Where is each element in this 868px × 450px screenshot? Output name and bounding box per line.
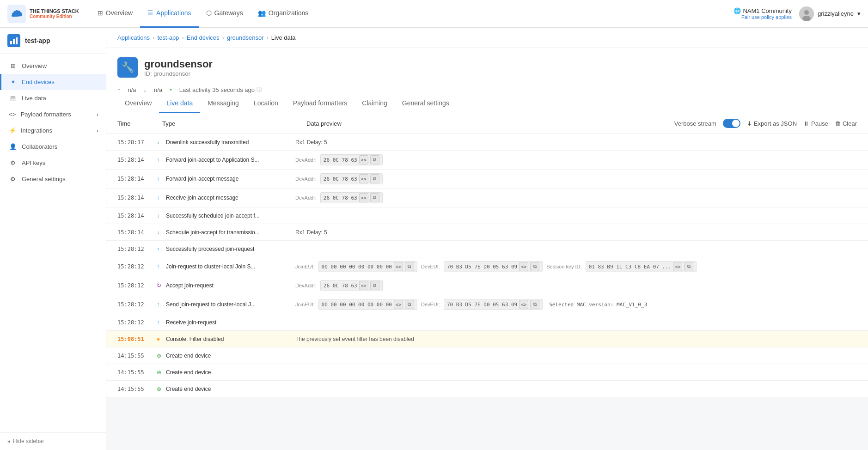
payload-icon: <> (9, 111, 16, 118)
sidebar-item-collaborators[interactable]: 👤 Collaborators (0, 139, 106, 155)
row-time: 15:28:14 (117, 176, 157, 182)
nav-applications[interactable]: ☰ Applications (140, 0, 199, 28)
copy-btn[interactable]: ⧉ (405, 262, 414, 271)
clear-button[interactable]: 🗑 Clear (835, 120, 857, 127)
copy-btn[interactable]: ⧉ (370, 174, 379, 183)
tab-payload-formatters[interactable]: Payload formatters (286, 94, 355, 113)
code-btn[interactable]: <> (394, 262, 403, 271)
nav-right: 🌐 NAM1 Community Fair use policy applies… (734, 6, 861, 21)
brand-name: THE THINGS STACK (30, 8, 79, 14)
copy-btn[interactable]: ⧉ (405, 300, 414, 309)
breadcrumb-applications[interactable]: Applications (117, 34, 150, 41)
row-time: 15:28:14 (117, 213, 157, 219)
sidebar: test-app ⊞ Overview ✦ End devices ▤ Live… (0, 28, 106, 450)
field-label: DevAddr: (295, 157, 317, 163)
sidebar-item-overview[interactable]: ⊞ Overview (0, 58, 106, 74)
sidebar-item-payload-formatters[interactable]: <> Payload formatters › (0, 106, 106, 122)
info-icon[interactable]: ⓘ (257, 86, 262, 94)
tab-location[interactable]: Location (246, 94, 286, 113)
nav-gateways[interactable]: ⬡ Gateways (199, 0, 251, 28)
device-id: ID: groundsensor (144, 70, 213, 77)
sidebar-item-end-devices-label: End devices (22, 79, 55, 85)
live-data-panel: Time Type Data preview Verbose stream ⬇ … (106, 113, 868, 397)
breadcrumb-test-app[interactable]: test-app (157, 34, 179, 41)
row-time: 15:28:12 (117, 246, 157, 252)
row-direction-icon: ↑ (157, 195, 164, 201)
row-preview: DevAddr: 26 0C 78 63 <> ⧉ (295, 154, 857, 165)
row-type: Receive join-accept message (166, 195, 295, 201)
col-header-time: Time (117, 120, 157, 127)
logo-icon (7, 5, 26, 23)
field-label: JoinEUI: (295, 302, 315, 307)
row-time: 15:28:12 (117, 319, 157, 326)
breadcrumb-sep1: › (153, 34, 154, 41)
row-direction-icon: ↓ (157, 213, 164, 219)
copy-btn[interactable]: ⧉ (530, 262, 539, 271)
code-btn[interactable]: <> (394, 300, 403, 309)
sidebar-item-general-settings[interactable]: ⚙ General settings (0, 171, 106, 187)
row-type: Successfully scheduled join-accept f... (166, 213, 295, 219)
copy-btn[interactable]: ⧉ (530, 300, 539, 309)
pause-button[interactable]: ⏸ Pause (803, 120, 828, 127)
toolbar-right: Verbose stream ⬇ Export as JSON ⏸ Pause … (674, 119, 857, 128)
row-preview: JoinEUI: 00 00 00 00 00 00 00 00 <> ⧉ De… (295, 261, 857, 272)
export-json-button[interactable]: ⬇ Export as JSON (747, 120, 797, 127)
copy-btn[interactable]: ⧉ (370, 281, 379, 290)
table-row: 15:28:17 ↓ Downlink successfully transmi… (106, 134, 868, 151)
code-btn[interactable]: <> (359, 281, 368, 290)
sidebar-item-end-devices[interactable]: ✦ End devices (0, 74, 106, 90)
code-btn[interactable]: <> (359, 155, 368, 164)
table-row: 15:28:14 ↑ Forward join-accept to Applic… (106, 151, 868, 170)
arrow-left-icon: ◂ (7, 438, 10, 444)
tab-overview[interactable]: Overview (117, 94, 159, 113)
code-btn[interactable]: <> (519, 300, 528, 309)
row-type: Accept join-request (166, 282, 295, 289)
tab-messaging[interactable]: Messaging (200, 94, 246, 113)
top-nav: THE THINGS STACK Community Edition ⊞ Ove… (0, 0, 868, 28)
verbose-toggle[interactable] (723, 119, 740, 128)
sidebar-item-integrations[interactable]: ⚡ Integrations › (0, 122, 106, 139)
row-direction-icon: ● (157, 336, 164, 342)
sidebar-item-payload-label: Payload formatters (21, 111, 97, 118)
verbose-stream-label: Verbose stream (674, 120, 716, 127)
copy-btn[interactable]: ⧉ (370, 155, 379, 164)
sidebar-item-api-keys[interactable]: ⚙ API keys (0, 155, 106, 171)
username-label: grizzlyalleyne (818, 10, 854, 17)
row-direction-icon: ↑ (157, 246, 164, 252)
copy-btn[interactable]: ⧉ (370, 193, 379, 202)
breadcrumb-groundsensor[interactable]: groundsensor (227, 34, 264, 41)
code-btn[interactable]: <> (519, 262, 528, 271)
community-policy-link[interactable]: Fair use policy applies (741, 14, 792, 20)
logo-text: THE THINGS STACK Community Edition (30, 8, 79, 19)
hide-sidebar-button[interactable]: ◂ Hide sidebar (0, 432, 106, 450)
row-type: Successfully processed join-request (166, 246, 295, 252)
code-btn[interactable]: <> (359, 174, 368, 183)
nav-overview[interactable]: ⊞ Overview (90, 0, 140, 28)
community-info: 🌐 NAM1 Community Fair use policy applies (734, 7, 791, 20)
edition-label: Community Edition (30, 14, 79, 19)
row-direction-icon: ↑ (157, 319, 164, 326)
code-btn[interactable]: <> (673, 262, 682, 271)
copy-btn[interactable]: ⧉ (684, 262, 693, 271)
breadcrumb-end-devices[interactable]: End devices (187, 34, 220, 41)
sidebar-item-live-data[interactable]: ▤ Live data (0, 90, 106, 106)
row-direction-icon: ↻ (157, 282, 164, 289)
tab-claiming[interactable]: Claiming (355, 94, 394, 113)
row-preview: Rx1 Delay: 5 (295, 229, 857, 236)
row-direction-icon: ↓ (157, 229, 164, 236)
tab-live-data[interactable]: Live data (159, 94, 200, 113)
field-value: 26 0C 78 63 <> ⧉ (320, 173, 383, 184)
code-btn[interactable]: <> (359, 193, 368, 202)
nav-organizations[interactable]: 👥 Organizations (251, 0, 316, 28)
table-row: 15:28:14 ↑ Forward join-accept message D… (106, 170, 868, 189)
device-header: 🔧 groundsensor ID: groundsensor ↑ n/a ↓ … (106, 48, 868, 94)
preview-text: Rx1 Delay: 5 (295, 139, 327, 146)
chevron-right-icon2: › (97, 127, 98, 134)
user-area[interactable]: grizzlyalleyne ▾ (799, 6, 861, 21)
nav-applications-label: Applications (156, 9, 191, 17)
row-time: 15:28:12 (117, 282, 157, 289)
tab-general-settings[interactable]: General settings (395, 94, 457, 113)
field-value: 26 0C 78 63 <> ⧉ (320, 192, 383, 203)
table-row: 15:28:14 ↓ Successfully scheduled join-a… (106, 207, 868, 224)
row-type: Console: Filter disabled (166, 336, 295, 342)
